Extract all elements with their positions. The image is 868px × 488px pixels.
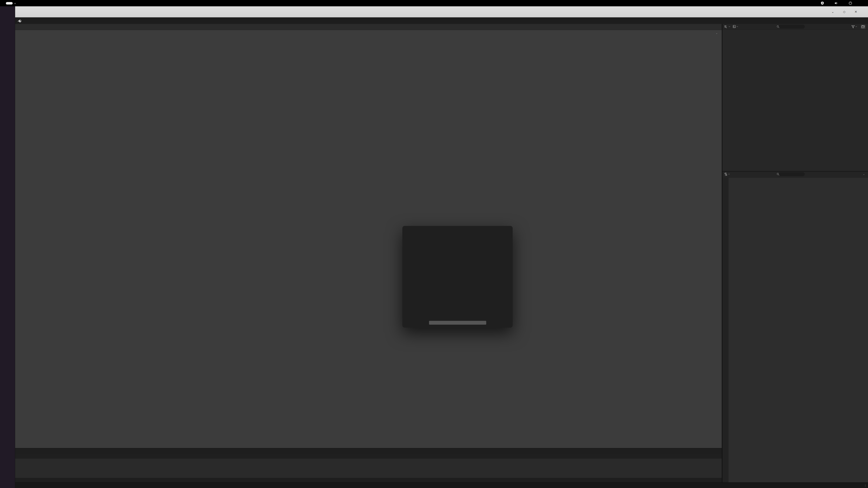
outliner-header [722,24,868,30]
privacy-shield-icon[interactable] [820,1,825,5]
maximize-button[interactable]: ◇ [842,9,847,14]
options-dropdown[interactable]: ⌄ [716,31,718,35]
properties-editor: ⌄ [722,171,868,482]
blender-topbar [15,18,868,24]
viewport-canvas[interactable] [15,24,722,448]
search-icon [776,25,780,29]
minimize-button[interactable]: ⌄ [830,9,835,14]
version-label: | [865,483,866,488]
editor-type-icon[interactable] [724,25,731,29]
desktop: ⌄ ◇ ✕ ⌄ [0,0,868,488]
outliner [722,24,868,171]
window-title [15,6,868,17]
search-icon [776,173,780,176]
viewport-header [15,24,722,30]
properties-search[interactable] [778,172,805,176]
filter-icon[interactable] [851,25,859,29]
timeline-header [15,448,722,454]
continue-button[interactable] [429,321,486,325]
system-bar [0,0,868,6]
display-mode-icon[interactable] [733,25,739,29]
splash-artwork [402,226,513,283]
timeline [15,448,722,482]
outliner-search[interactable] [778,25,805,29]
splash-dialog [402,226,513,328]
properties-header: ⌄ [722,171,868,177]
window-titlebar[interactable]: ⌄ ◇ ✕ [15,6,868,18]
close-button[interactable]: ✕ [853,9,859,14]
timeline-ruler[interactable] [15,454,722,459]
viewport-3d[interactable]: ⌄ [15,24,722,448]
clock[interactable] [0,0,868,6]
properties-editor-icon[interactable] [724,172,731,176]
status-bar: | [15,483,868,488]
volume-icon[interactable] [834,1,838,5]
blender-logo-icon[interactable] [18,19,22,23]
timeline-footer [15,478,722,482]
properties-options-chevron[interactable]: ⌄ [863,173,865,175]
power-icon[interactable] [848,1,852,5]
properties-tabs [722,177,728,482]
dock [0,6,15,488]
new-collection-button[interactable] [861,25,866,29]
